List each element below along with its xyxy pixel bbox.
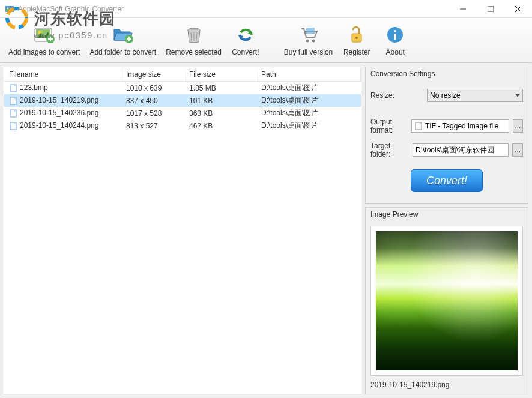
settings-title: Conversion Settings	[370, 70, 523, 82]
image-preview-panel: Image Preview 2019-10-15_140219.png	[365, 207, 528, 394]
cell-file-size: 462 KB	[184, 121, 256, 131]
resize-label: Resize:	[370, 91, 423, 100]
svg-point-17	[306, 40, 309, 43]
cell-filename: 123.bmp	[4, 82, 121, 94]
titlebar: AppleMacSoft Graphic Converter	[0, 0, 532, 18]
convert-button[interactable]: Convert!	[228, 20, 264, 61]
table-row[interactable]: 2019-10-15_140244.png813 x 527462 KBD:\t…	[4, 119, 361, 132]
format-options-button[interactable]: ...	[513, 119, 524, 133]
conversion-settings: Conversion Settings Resize: No resize Ou…	[365, 67, 528, 204]
trash-icon	[183, 24, 205, 46]
svg-rect-24	[394, 34, 396, 40]
header-filename[interactable]: Filename	[4, 68, 121, 81]
header-image-size[interactable]: Image size	[121, 68, 184, 81]
register-button[interactable]: Register	[339, 20, 375, 61]
header-file-size[interactable]: File size	[184, 68, 256, 81]
cell-image-size: 837 x 450	[121, 95, 184, 106]
convert-icon	[235, 24, 256, 46]
remove-selected-button[interactable]: Remove selected	[162, 20, 225, 61]
svg-rect-19	[306, 28, 315, 34]
cart-icon	[298, 24, 319, 46]
cell-image-size: 1017 x 528	[121, 108, 184, 119]
cell-file-size: 1.85 MB	[184, 83, 256, 94]
cell-path: D:\tools\桌面\图片	[256, 107, 361, 119]
close-button[interactable]	[504, 0, 532, 17]
cell-path: D:\tools\桌面\图片	[256, 119, 361, 132]
folder-label: Target folder:	[370, 142, 409, 158]
buy-button[interactable]: Buy full version	[280, 20, 336, 61]
target-folder-input[interactable]	[413, 143, 509, 157]
output-format-select[interactable]: TIF - Tagged image file	[411, 119, 509, 133]
add-folder-icon	[112, 24, 134, 46]
cell-file-size: 363 KB	[184, 108, 256, 119]
table-row[interactable]: 2019-10-15_140236.png1017 x 528363 KBD:\…	[4, 107, 361, 119]
cell-path: D:\tools\桌面\图片	[256, 82, 361, 94]
lock-icon	[346, 24, 367, 46]
about-button[interactable]: About	[377, 20, 413, 61]
resize-select[interactable]: No resize	[427, 89, 523, 102]
cell-image-size: 813 x 527	[121, 121, 184, 131]
app-icon	[5, 4, 14, 14]
info-icon	[384, 24, 406, 46]
cell-filename: 2019-10-15_140236.png	[4, 107, 121, 119]
svg-rect-5	[488, 6, 494, 12]
browse-folder-button[interactable]: ...	[512, 143, 523, 157]
svg-point-18	[312, 40, 315, 43]
header-path[interactable]: Path	[256, 68, 361, 81]
minimize-button[interactable]	[449, 0, 477, 17]
preview-filename: 2019-10-15_140219.png	[370, 379, 523, 389]
format-label: Output format:	[370, 118, 408, 134]
preview-image	[370, 226, 523, 376]
table-header: Filename Image size File size Path	[4, 67, 361, 82]
svg-point-23	[394, 30, 396, 32]
cell-filename: 2019-10-15_140219.png	[4, 95, 121, 106]
add-images-icon	[34, 24, 55, 46]
cell-filename: 2019-10-15_140244.png	[4, 120, 121, 131]
add-folder-button[interactable]: Add folder to convert	[86, 20, 160, 61]
file-list[interactable]: Filename Image size File size Path 123.b…	[4, 67, 361, 394]
convert-big-button[interactable]: Convert!	[411, 169, 483, 192]
svg-point-21	[355, 37, 358, 39]
table-row[interactable]: 2019-10-15_140219.png837 x 450101 KBD:\t…	[4, 94, 361, 107]
table-row[interactable]: 123.bmp1010 x 6391.85 MBD:\tools\桌面\图片	[4, 82, 361, 94]
cell-file-size: 101 KB	[184, 95, 256, 106]
cell-image-size: 1010 x 639	[121, 83, 184, 94]
cell-path: D:\tools\桌面\图片	[256, 94, 361, 107]
add-images-button[interactable]: Add images to convert	[5, 20, 83, 61]
preview-title: Image Preview	[370, 210, 523, 222]
window-title: AppleMacSoft Graphic Converter	[18, 5, 449, 13]
maximize-button[interactable]	[477, 0, 504, 17]
toolbar: Add images to convert Add folder to conv…	[0, 18, 532, 63]
